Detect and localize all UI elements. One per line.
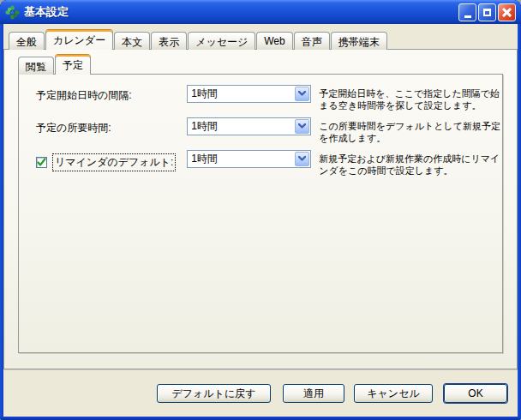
calendar-tab-page: 閲覧 予定 予定開始日時の間隔: 1時間 予定開始日時を、ここで — [3, 49, 518, 369]
start-interval-value: 1時間 — [188, 87, 294, 101]
inner-tabstrip: 閲覧 予定 — [4, 50, 517, 74]
tab-schedule[interactable]: 予定 — [55, 54, 91, 75]
restore-defaults-button[interactable]: デフォルトに戻す — [157, 384, 271, 403]
setting-row-reminder: リマインダのデフォルト: 1時間 新規予定および新規作業の作成時にリマインダをこ… — [19, 150, 502, 177]
window-title: 基本設定 — [24, 4, 458, 20]
duration-description: この所要時間をデフォルトとして新規予定を作成します。 — [319, 117, 502, 144]
schedule-settings-panel: 予定開始日時の間隔: 1時間 予定開始日時を、ここで指定した間隔で始まる空き時間… — [18, 74, 503, 353]
tab-calendar[interactable]: カレンダー — [45, 29, 113, 50]
preferences-dialog: 基本設定 全般 カレンダー 本文 表示 メッセージ Web 音声 携帯端末 閲覧… — [0, 0, 521, 420]
reminder-default-checkbox[interactable] — [36, 157, 47, 168]
setting-row-start-interval: 予定開始日時の間隔: 1時間 予定開始日時を、ここで指定した間隔で始まる空き時間… — [19, 85, 502, 111]
app-flower-icon — [5, 5, 20, 20]
setting-row-duration: 予定の所要時間: 1時間 この所要時間をデフォルトとして新規予定を作成します。 — [19, 117, 502, 144]
dialog-client-area: 全般 カレンダー 本文 表示 メッセージ Web 音声 携帯端末 閲覧 予定 予… — [0, 24, 521, 417]
window-frame-left — [0, 24, 3, 420]
reminder-default-description: 新規予定および新規作業の作成時にリマインダをこの時間で設定します。 — [319, 150, 502, 177]
minimize-button[interactable] — [458, 3, 476, 21]
maximize-button[interactable] — [478, 3, 496, 21]
chevron-down-icon[interactable] — [295, 119, 309, 134]
reminder-default-select[interactable]: 1時間 — [187, 150, 311, 168]
reminder-default-label[interactable]: リマインダのデフォルト: — [52, 153, 176, 171]
window-frame-bottom — [0, 417, 521, 420]
cancel-button[interactable]: キャンセル — [354, 384, 433, 403]
window-frame-right — [518, 24, 521, 420]
duration-value: 1時間 — [188, 119, 294, 134]
tab-browse[interactable]: 閲覧 — [18, 57, 54, 75]
start-interval-label: 予定開始日時の間隔: — [36, 88, 132, 103]
minimize-icon — [464, 15, 471, 18]
tab-voice[interactable]: 音声 — [294, 32, 330, 50]
chevron-down-icon[interactable] — [295, 152, 309, 166]
dialog-footer: デフォルトに戻す 適用 キャンセル OK — [3, 384, 518, 403]
duration-label: 予定の所要時間: — [36, 121, 111, 135]
duration-select[interactable]: 1時間 — [187, 117, 311, 135]
start-interval-description: 予定開始日時を、ここで指定した間隔で始まる空き時間帯を探して設定します。 — [319, 85, 502, 111]
tab-general[interactable]: 全般 — [9, 32, 45, 50]
start-interval-select[interactable]: 1時間 — [187, 85, 311, 103]
titlebar[interactable]: 基本設定 — [0, 0, 521, 24]
ok-button[interactable]: OK — [444, 384, 507, 403]
tab-message[interactable]: メッセージ — [188, 32, 255, 50]
close-icon — [502, 8, 512, 17]
outer-tabstrip: 全般 カレンダー 本文 表示 メッセージ Web 音声 携帯端末 — [3, 28, 518, 49]
close-button[interactable] — [498, 3, 516, 21]
check-icon — [37, 158, 46, 167]
tab-body[interactable]: 本文 — [114, 32, 150, 50]
tab-mobile[interactable]: 携帯端末 — [331, 32, 387, 50]
tab-display[interactable]: 表示 — [151, 32, 187, 50]
tab-web[interactable]: Web — [256, 32, 292, 50]
reminder-default-value: 1時間 — [188, 152, 294, 166]
maximize-icon — [483, 9, 491, 16]
chevron-down-icon[interactable] — [295, 87, 309, 101]
apply-button[interactable]: 適用 — [283, 384, 344, 403]
